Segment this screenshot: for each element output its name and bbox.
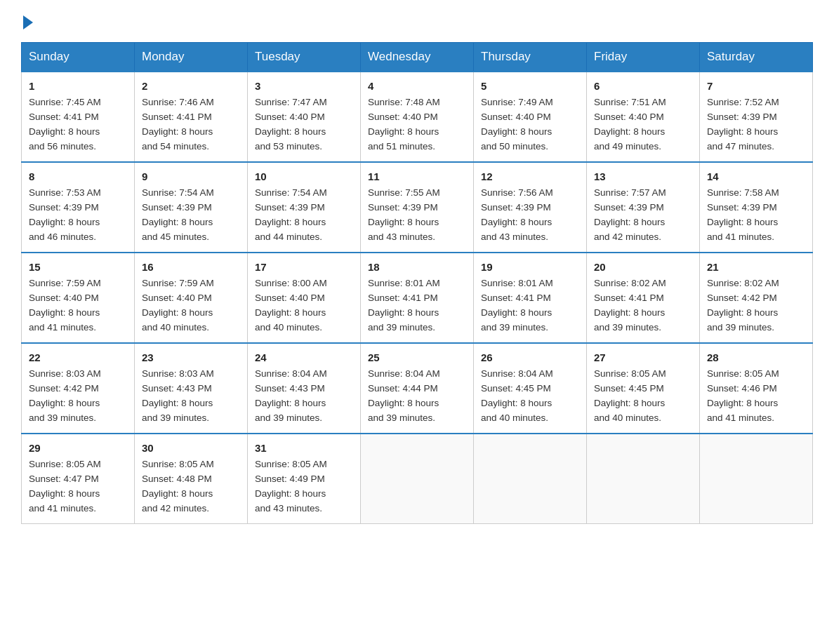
logo — [21, 14, 33, 29]
day-number: 5 — [481, 78, 579, 94]
calendar-header-wednesday: Wednesday — [361, 43, 474, 72]
day-number: 15 — [29, 259, 127, 275]
calendar-cell: 7Sunrise: 7:52 AMSunset: 4:39 PMDaylight… — [700, 72, 813, 162]
day-number: 3 — [255, 78, 353, 94]
calendar-cell: 27Sunrise: 8:05 AMSunset: 4:45 PMDayligh… — [587, 343, 700, 434]
day-number: 25 — [368, 349, 466, 365]
calendar-week-row: 29Sunrise: 8:05 AMSunset: 4:47 PMDayligh… — [22, 434, 813, 523]
calendar-cell: 15Sunrise: 7:59 AMSunset: 4:40 PMDayligh… — [22, 253, 135, 343]
calendar-cell: 31Sunrise: 8:05 AMSunset: 4:49 PMDayligh… — [248, 434, 361, 523]
calendar-week-row: 8Sunrise: 7:53 AMSunset: 4:39 PMDaylight… — [22, 162, 813, 253]
page-header — [21, 14, 813, 29]
day-number: 19 — [481, 259, 579, 275]
calendar-header-monday: Monday — [135, 43, 248, 72]
calendar-cell — [474, 434, 587, 523]
day-number: 10 — [255, 168, 353, 185]
calendar-cell: 16Sunrise: 7:59 AMSunset: 4:40 PMDayligh… — [135, 253, 248, 343]
calendar-cell: 1Sunrise: 7:45 AMSunset: 4:41 PMDaylight… — [22, 72, 135, 162]
calendar-cell: 10Sunrise: 7:54 AMSunset: 4:39 PMDayligh… — [248, 162, 361, 253]
day-number: 9 — [142, 168, 240, 185]
day-number: 26 — [481, 349, 579, 365]
day-number: 20 — [594, 259, 692, 275]
calendar-header-saturday: Saturday — [700, 43, 813, 72]
logo-arrow-icon — [23, 15, 33, 29]
day-number: 2 — [142, 78, 240, 94]
day-number: 21 — [707, 259, 805, 275]
calendar-cell: 17Sunrise: 8:00 AMSunset: 4:40 PMDayligh… — [248, 253, 361, 343]
day-number: 14 — [707, 168, 805, 185]
calendar-header-row: SundayMondayTuesdayWednesdayThursdayFrid… — [22, 43, 813, 72]
day-number: 8 — [29, 168, 127, 185]
day-number: 11 — [368, 168, 466, 185]
calendar-table: SundayMondayTuesdayWednesdayThursdayFrid… — [21, 42, 813, 524]
calendar-cell: 19Sunrise: 8:01 AMSunset: 4:41 PMDayligh… — [474, 253, 587, 343]
calendar-header-friday: Friday — [587, 43, 700, 72]
calendar-cell: 4Sunrise: 7:48 AMSunset: 4:40 PMDaylight… — [361, 72, 474, 162]
day-number: 1 — [29, 78, 127, 94]
calendar-cell: 22Sunrise: 8:03 AMSunset: 4:42 PMDayligh… — [22, 343, 135, 434]
day-number: 7 — [707, 78, 805, 94]
day-number: 16 — [142, 259, 240, 275]
calendar-cell: 12Sunrise: 7:56 AMSunset: 4:39 PMDayligh… — [474, 162, 587, 253]
calendar-header-sunday: Sunday — [22, 43, 135, 72]
day-number: 13 — [594, 168, 692, 185]
calendar-week-row: 1Sunrise: 7:45 AMSunset: 4:41 PMDaylight… — [22, 72, 813, 162]
calendar-cell: 29Sunrise: 8:05 AMSunset: 4:47 PMDayligh… — [22, 434, 135, 523]
calendar-header-tuesday: Tuesday — [248, 43, 361, 72]
calendar-cell: 6Sunrise: 7:51 AMSunset: 4:40 PMDaylight… — [587, 72, 700, 162]
day-number: 12 — [481, 168, 579, 185]
calendar-cell: 25Sunrise: 8:04 AMSunset: 4:44 PMDayligh… — [361, 343, 474, 434]
calendar-cell: 30Sunrise: 8:05 AMSunset: 4:48 PMDayligh… — [135, 434, 248, 523]
day-number: 28 — [707, 349, 805, 365]
calendar-cell: 8Sunrise: 7:53 AMSunset: 4:39 PMDaylight… — [22, 162, 135, 253]
day-number: 30 — [142, 440, 240, 456]
calendar-cell: 3Sunrise: 7:47 AMSunset: 4:40 PMDaylight… — [248, 72, 361, 162]
calendar-header-thursday: Thursday — [474, 43, 587, 72]
calendar-cell: 9Sunrise: 7:54 AMSunset: 4:39 PMDaylight… — [135, 162, 248, 253]
day-number: 27 — [594, 349, 692, 365]
calendar-week-row: 15Sunrise: 7:59 AMSunset: 4:40 PMDayligh… — [22, 253, 813, 343]
calendar-cell — [361, 434, 474, 523]
calendar-cell: 20Sunrise: 8:02 AMSunset: 4:41 PMDayligh… — [587, 253, 700, 343]
day-number: 6 — [594, 78, 692, 94]
day-number: 4 — [368, 78, 466, 94]
day-number: 29 — [29, 440, 127, 456]
calendar-cell: 24Sunrise: 8:04 AMSunset: 4:43 PMDayligh… — [248, 343, 361, 434]
calendar-cell: 23Sunrise: 8:03 AMSunset: 4:43 PMDayligh… — [135, 343, 248, 434]
day-number: 23 — [142, 349, 240, 365]
day-number: 17 — [255, 259, 353, 275]
calendar-cell: 26Sunrise: 8:04 AMSunset: 4:45 PMDayligh… — [474, 343, 587, 434]
calendar-week-row: 22Sunrise: 8:03 AMSunset: 4:42 PMDayligh… — [22, 343, 813, 434]
calendar-cell — [700, 434, 813, 523]
calendar-cell: 18Sunrise: 8:01 AMSunset: 4:41 PMDayligh… — [361, 253, 474, 343]
calendar-cell: 13Sunrise: 7:57 AMSunset: 4:39 PMDayligh… — [587, 162, 700, 253]
day-number: 22 — [29, 349, 127, 365]
calendar-cell: 2Sunrise: 7:46 AMSunset: 4:41 PMDaylight… — [135, 72, 248, 162]
calendar-cell: 5Sunrise: 7:49 AMSunset: 4:40 PMDaylight… — [474, 72, 587, 162]
calendar-cell: 14Sunrise: 7:58 AMSunset: 4:39 PMDayligh… — [700, 162, 813, 253]
day-number: 24 — [255, 349, 353, 365]
calendar-cell: 28Sunrise: 8:05 AMSunset: 4:46 PMDayligh… — [700, 343, 813, 434]
day-number: 18 — [368, 259, 466, 275]
calendar-cell — [587, 434, 700, 523]
calendar-cell: 21Sunrise: 8:02 AMSunset: 4:42 PMDayligh… — [700, 253, 813, 343]
calendar-cell: 11Sunrise: 7:55 AMSunset: 4:39 PMDayligh… — [361, 162, 474, 253]
day-number: 31 — [255, 440, 353, 456]
